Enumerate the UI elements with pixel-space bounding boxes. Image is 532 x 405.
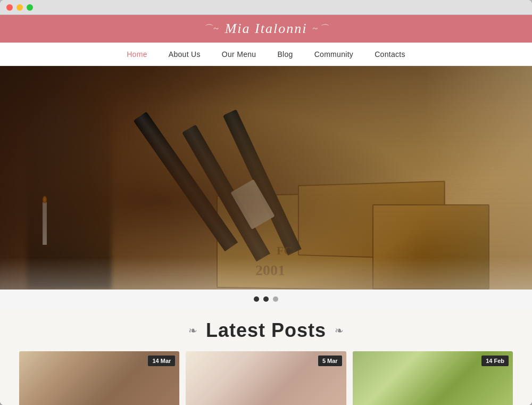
hero-section: 2001 FC (0, 66, 532, 290)
browser-window: ⌒~ Mia Italonni ~⌒ Home About Us Our Men… (0, 0, 532, 405)
brand-ornament-left: ⌒~ (203, 22, 220, 35)
posts-grid: 14 Mar 5 Mar 14 Feb (0, 351, 532, 405)
brand-title: ⌒~ Mia Italonni ~⌒ (203, 21, 329, 37)
slide-dot-2[interactable] (263, 296, 269, 302)
nav-item-home[interactable]: Home (127, 50, 147, 59)
hero-bottom-fade (0, 258, 532, 290)
nav-item-blog[interactable]: Blog (277, 50, 293, 59)
nav-item-contacts[interactable]: Contacts (375, 50, 405, 59)
slide-dot-3[interactable] (273, 296, 278, 302)
post-date-3: 14 Feb (481, 356, 509, 366)
slide-dot-1[interactable] (254, 296, 259, 302)
post-date-2: 5 Mar (318, 356, 342, 366)
site-wrapper: ⌒~ Mia Italonni ~⌒ Home About Us Our Men… (0, 15, 532, 405)
brand-bar: ⌒~ Mia Italonni ~⌒ (0, 15, 532, 43)
minimize-button[interactable] (16, 4, 23, 11)
section-title-wrap: ❧ Latest Posts ❧ (0, 319, 532, 342)
browser-titlebar (0, 0, 532, 15)
hero-background: 2001 FC (0, 66, 532, 290)
post-card-2[interactable]: 5 Mar (186, 351, 346, 405)
post-date-1: 14 Mar (148, 356, 175, 366)
latest-posts-section: ❧ Latest Posts ❧ 14 Mar 5 Mar 14 Feb (0, 309, 532, 405)
slide-indicators (0, 290, 532, 309)
section-ornament-right: ❧ (335, 324, 344, 337)
section-title: Latest Posts (206, 319, 326, 342)
navigation: Home About Us Our Menu Blog Community Co… (0, 43, 532, 66)
close-button[interactable] (6, 4, 13, 11)
nav-item-community[interactable]: Community (314, 50, 354, 59)
hero-dof-left (0, 66, 106, 290)
section-ornament-left: ❧ (188, 324, 197, 337)
brand-ornament-right: ~⌒ (312, 22, 329, 35)
post-card-1[interactable]: 14 Mar (19, 351, 179, 405)
maximize-button[interactable] (27, 4, 33, 11)
nav-item-about[interactable]: About Us (169, 50, 201, 59)
nav-item-menu[interactable]: Our Menu (222, 50, 256, 59)
brand-name: Mia Italonni (225, 21, 307, 37)
post-card-3[interactable]: 14 Feb (353, 351, 513, 405)
hero-dof-right (426, 66, 532, 290)
